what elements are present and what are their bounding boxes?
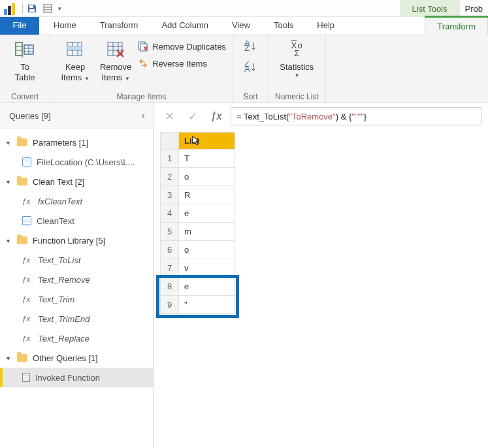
ribbon-tab-strip: File Home Transform Add Column View Tool… [0, 17, 488, 35]
ribbon-group-convert: To Table Convert [0, 35, 50, 103]
reverse-items-icon [138, 58, 148, 69]
folder-icon [17, 178, 27, 185]
tree-item[interactable]: FileLocation (C:\Users\L... [0, 152, 153, 172]
tree-item[interactable]: ƒxText_TrimEnd [0, 309, 153, 328]
tab-home[interactable]: Home [42, 16, 88, 35]
save-icon[interactable] [24, 1, 40, 16]
tree-item-label: fxCleanText [38, 197, 82, 206]
table-row[interactable]: 3R [161, 186, 235, 204]
list-cell[interactable]: R [179, 186, 235, 204]
to-table-button[interactable]: To Table [7, 38, 43, 82]
tree-item-label: Text_TrimEnd [38, 314, 89, 324]
tree-group[interactable]: ▾Function Library [5] [0, 231, 153, 250]
parameter-icon [22, 157, 31, 167]
queries-pane-title: Queries [9] [9, 111, 51, 121]
statistics-icon: Xσ Σ [286, 39, 307, 60]
tree-item[interactable]: Invoked Function [0, 368, 153, 387]
svg-rect-6 [67, 46, 82, 50]
svg-rect-2 [44, 5, 52, 12]
list-cell[interactable]: o [179, 241, 235, 259]
ribbon: To Table Convert Keep Items ▼ Remove Ite… [0, 35, 488, 103]
tree-item-label: Text_Trim [38, 295, 74, 304]
tree-item-label: CleanText [37, 216, 74, 226]
table-row[interactable]: 5m [161, 223, 235, 241]
table-row[interactable]: 1T [161, 150, 235, 168]
formula-input[interactable]: = Text_ToList("ToRemove") & {""""} [231, 107, 481, 125]
folder-icon [17, 354, 27, 362]
group-label-numeric: Numeric List [275, 91, 319, 101]
tree-item[interactable]: ƒxText_Replace [0, 328, 153, 348]
list-query-icon [22, 373, 30, 382]
group-label-convert: Convert [7, 91, 43, 101]
ribbon-group-manage: Keep Items ▼ Remove Items ▼ Remove Dupli… [50, 35, 233, 103]
queries-tree[interactable]: ▾Parameters [1]FileLocation (C:\Users\L.… [0, 129, 153, 391]
list-cell[interactable]: m [179, 223, 235, 241]
chevron-down-icon: ▾ [7, 237, 14, 244]
keep-items-button[interactable]: Keep Items ▼ [57, 38, 93, 82]
tree-item-label: Text_ToList [38, 255, 81, 265]
accept-formula-icon[interactable]: ✓ [184, 107, 202, 125]
tree-group[interactable]: ▾Other Queries [1] [0, 348, 153, 368]
table-row[interactable]: 9" [161, 296, 235, 314]
table-row[interactable]: 8e [161, 278, 235, 296]
remove-duplicates-button[interactable]: Remove Duplicates [138, 39, 226, 54]
reverse-items-button[interactable]: Reverse Items [138, 56, 226, 71]
remove-items-icon [105, 39, 126, 60]
list-cell[interactable]: " [179, 296, 235, 314]
cancel-formula-icon[interactable]: ✕ [160, 107, 178, 125]
table-row[interactable]: 4e [161, 204, 235, 223]
list-cell[interactable]: T [179, 150, 235, 168]
tree-group-label: Other Queries [1] [33, 353, 98, 363]
tree-item[interactable]: ƒxText_Remove [0, 270, 153, 289]
tab-tools[interactable]: Tools [262, 16, 305, 35]
list-corner-cell[interactable] [161, 133, 179, 150]
svg-text:A: A [244, 64, 250, 73]
qat-dropdown-icon[interactable]: ▾ [58, 5, 61, 12]
sort-asc-button[interactable]: AZ [244, 39, 258, 54]
tree-item[interactable]: ƒxText_ToList [0, 250, 153, 270]
sort-desc-button[interactable]: ZA [244, 60, 258, 74]
table-row[interactable]: 2o [161, 168, 235, 186]
fx-item-icon: ƒx [22, 333, 33, 344]
list-cell[interactable]: e [179, 278, 235, 296]
tree-item[interactable]: ƒxfxCleanText [0, 191, 153, 211]
group-label-sort: Sort [240, 91, 261, 101]
tab-list-transform[interactable]: Transform [425, 17, 488, 35]
tree-item[interactable]: ƒxText_Trim [0, 289, 153, 309]
row-number: 1 [161, 150, 179, 168]
remove-duplicates-icon [138, 41, 148, 52]
remove-items-button[interactable]: Remove Items ▼ [97, 38, 134, 82]
tree-item-label: Text_Replace [38, 334, 89, 344]
fx-icon[interactable]: ƒx [207, 107, 225, 125]
tab-file[interactable]: File [0, 16, 39, 35]
window-title-fragment: Prob [460, 4, 488, 14]
list-column-header[interactable]: List [179, 133, 235, 150]
collapse-pane-icon[interactable]: ‹ [142, 110, 145, 121]
table-query-icon [22, 216, 31, 225]
editor-area: ✕ ✓ ƒx = Text_ToList("ToRemove") & {""""… [154, 103, 488, 448]
formula-bar: ✕ ✓ ƒx = Text_ToList("ToRemove") & {""""… [154, 103, 488, 129]
tree-item[interactable]: CleanText [0, 211, 153, 231]
list-cell[interactable]: v [179, 259, 235, 278]
options-icon[interactable] [40, 1, 56, 16]
list-cell[interactable]: e [179, 204, 235, 223]
tab-help[interactable]: Help [305, 16, 346, 35]
table-row[interactable]: 6o [161, 241, 235, 259]
ribbon-group-sort: AZ ZA Sort [233, 35, 268, 103]
chevron-down-icon: ▾ [7, 139, 14, 146]
statistics-button[interactable]: Xσ Σ Statistics ▼ [275, 38, 318, 78]
queries-pane: Queries [9] ‹ ▾Parameters [1]FileLocatio… [0, 103, 154, 448]
tree-group-label: Clean Text [2] [33, 177, 84, 187]
table-row[interactable]: 7v [161, 259, 235, 278]
tab-add-column[interactable]: Add Column [150, 16, 220, 35]
list-cell[interactable]: o [179, 168, 235, 186]
tab-view[interactable]: View [220, 16, 262, 35]
fx-item-icon: ƒx [22, 196, 33, 206]
group-label-manage: Manage Items [57, 91, 226, 101]
tree-item-label: Invoked Function [35, 373, 100, 383]
tree-group[interactable]: ▾Clean Text [2] [0, 172, 153, 191]
tab-transform[interactable]: Transform [88, 16, 150, 35]
folder-icon [17, 236, 27, 244]
tree-group[interactable]: ▾Parameters [1] [0, 133, 153, 152]
list-result-table[interactable]: List 1T2o3R4e5m6o7v8e9" [160, 132, 235, 314]
